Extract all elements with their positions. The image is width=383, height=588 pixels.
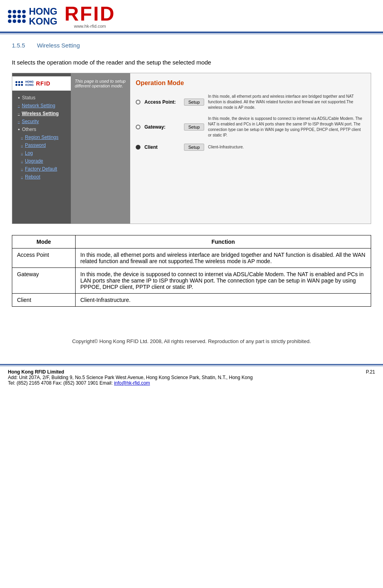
logo: HONGKONG RFID www.hk-rfid.com [8, 4, 116, 28]
logo-rfid: RFID [64, 4, 116, 24]
table-mode-ap: Access Point [12, 248, 76, 268]
ss-mode-row-ap: Access Point: Setup In this mode, all et… [136, 94, 365, 110]
screenshot-box: HONGKONG RFID ● Status – Network Setting… [12, 73, 371, 224]
ss-radio-gw[interactable] [136, 125, 140, 129]
ss-setup-btn-cl[interactable]: Setup [184, 144, 204, 151]
ss-mode-row-cl: Client Setup Client-Infrastructure. [136, 144, 365, 151]
footer-company: Hong Kong RFID Limited [8, 369, 253, 375]
intro-text: It selects the operation mode of the rea… [12, 59, 371, 66]
ss-main-panel: This page is used to setup different ope… [71, 73, 371, 224]
footer-page: P.21 [366, 369, 375, 386]
ss-mode-label-gw: Gateway: [144, 124, 180, 130]
mode-table: Mode Function Access Point In this mode,… [12, 235, 371, 307]
page-header: HONGKONG RFID www.hk-rfid.com [0, 0, 383, 28]
logo-hk: HONGKONG [29, 6, 57, 26]
copyright-text: Copyright© Hong Kong RFID Ltd. 2008, All… [12, 338, 371, 344]
ss-sidebar: HONGKONG RFID ● Status – Network Setting… [12, 73, 71, 224]
footer-address: Add: Unit 207A, 2/F, Building 9, No.5 Sc… [8, 375, 253, 380]
ss-mode-row-gw: Gateway: Setup In this mode, the device … [136, 116, 365, 138]
ss-mode-desc-ap: In this mode, all ethernet ports and wir… [208, 94, 365, 110]
ss-nav-others: ● Others [12, 125, 71, 133]
ss-nav-log[interactable]: – Log [12, 149, 71, 157]
table-func-ap: In this mode, all ethernet ports and wir… [76, 248, 371, 268]
ss-mode-label-ap: Access Point: [144, 99, 180, 105]
ss-nav-password[interactable]: – Password [12, 141, 71, 149]
ss-mode-desc-cl: Client-Infrastructure. [208, 144, 365, 150]
ss-nav-security[interactable]: – Security [12, 118, 71, 125]
ss-mode-label-cl: Client [144, 144, 180, 150]
ss-nav-status: ● Status [12, 94, 71, 102]
table-row: Client Client-Infrastructure. [12, 294, 371, 307]
ss-op-mode-title: Operation Mode [136, 80, 365, 87]
footer-left: Hong Kong RFID Limited Add: Unit 207A, 2… [8, 369, 253, 386]
ss-nav-upgrade[interactable]: – Upgrade [12, 157, 71, 165]
ss-nav-network[interactable]: – Network Setting [12, 102, 71, 110]
ss-nav-factory[interactable]: – Factory Default [12, 165, 71, 173]
footer-email-link[interactable]: info@hk-rfid.com [114, 380, 150, 386]
table-mode-gw: Gateway [12, 268, 76, 294]
ss-nav-reboot[interactable]: – Reboot [12, 173, 71, 181]
ss-radio-ap[interactable] [136, 100, 140, 104]
table-func-cl: Client-Infrastructure. [76, 294, 371, 307]
ss-setup-btn-ap[interactable]: Setup [184, 99, 204, 106]
table-mode-cl: Client [12, 294, 76, 307]
ss-logo: HONGKONG RFID [12, 76, 71, 91]
footer-contact: Tel: (852) 2165 4708 Fax: (852) 3007 190… [8, 380, 253, 386]
ss-desc-panel: This page is used to setup different ope… [71, 73, 130, 224]
main-content: 1.5.5 Wireless Setting It selects the op… [0, 34, 383, 360]
ss-nav-region[interactable]: – Region Settings [12, 133, 71, 141]
ss-nav-wireless[interactable]: – Wireless Setting [12, 110, 71, 118]
ss-setup-btn-gw[interactable]: Setup [184, 123, 204, 131]
ss-radio-cl[interactable] [136, 145, 140, 150]
ss-content-panel: Operation Mode Access Point: Setup In th… [130, 73, 371, 224]
section-number: 1.5.5 [12, 42, 25, 49]
table-row: Gateway In this mode, the device is supp… [12, 268, 371, 294]
section-title: Wireless Setting [37, 42, 80, 49]
table-col1-header: Mode [12, 235, 76, 248]
table-func-gw: In this mode, the device is supposed to … [76, 268, 371, 294]
table-col2-header: Function [76, 235, 371, 248]
table-row: Access Point In this mode, all ethernet … [12, 248, 371, 268]
ss-mode-desc-gw: In this mode, the device is supposed to … [208, 116, 365, 138]
footer: Hong Kong RFID Limited Add: Unit 207A, 2… [0, 368, 383, 387]
